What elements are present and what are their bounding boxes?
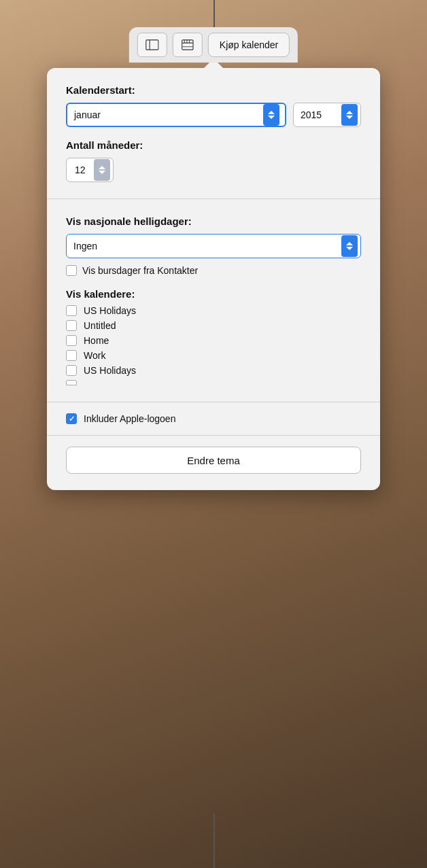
calendar-start-label: Kalenderstart: — [66, 84, 361, 96]
months-up-arrow — [99, 166, 105, 169]
holidays-stepper[interactable] — [341, 235, 358, 257]
calendar-start-row: januar 2015 — [66, 103, 361, 127]
holidays-down-arrow — [346, 247, 353, 250]
birthdays-checkbox[interactable] — [66, 265, 77, 276]
calendar-name-1: Untitled — [84, 320, 116, 331]
holidays-dropdown[interactable]: Ingen — [66, 234, 361, 258]
months-down-arrow — [99, 171, 105, 174]
months-count-row: 12 — [66, 158, 361, 182]
toolbar: Kjøp kalender — [129, 27, 298, 63]
calendar-name-0: US Holidays — [84, 305, 136, 316]
list-item: US Holidays — [66, 365, 361, 376]
svg-rect-2 — [182, 40, 193, 50]
months-count-label: Antall måneder: — [66, 139, 361, 151]
month-down-arrow — [268, 116, 275, 119]
list-item: Work — [66, 350, 361, 361]
months-count-dropdown[interactable]: 12 — [66, 158, 114, 182]
calendar-checkbox-1[interactable] — [66, 320, 77, 331]
holidays-section: Vis nasjonale helligdager: Ingen Vis bur… — [47, 199, 380, 402]
list-item: US Holidays — [66, 305, 361, 316]
year-dropdown[interactable]: 2015 — [293, 103, 361, 127]
partial-checkbox — [66, 380, 77, 385]
holidays-value: Ingen — [73, 241, 97, 251]
change-theme-button[interactable]: Endre tema — [66, 447, 361, 474]
month-up-arrow — [268, 111, 275, 114]
calendar-name-2: Home — [84, 335, 109, 346]
svg-rect-0 — [146, 40, 158, 50]
calendar-checkbox-4[interactable] — [66, 365, 77, 376]
list-item: Home — [66, 335, 361, 346]
calendar-name-4: US Holidays — [84, 365, 136, 376]
month-stepper[interactable] — [263, 104, 279, 126]
list-item: Untitled — [66, 320, 361, 331]
months-count-value: 12 — [75, 164, 86, 175]
calendar-checkbox-0[interactable] — [66, 305, 77, 316]
buy-calendar-button[interactable]: Kjøp kalender — [208, 33, 290, 57]
settings-panel: Kalenderstart: januar 2015 Antall månede… — [47, 68, 380, 490]
calendar-checkbox-3[interactable] — [66, 350, 77, 361]
calendar-name-3: Work — [84, 350, 105, 361]
calendars-label: Vis kalendere: — [66, 288, 361, 300]
change-theme-section: Endre tema — [47, 436, 380, 490]
apple-logo-section: Inkluder Apple-logoen — [47, 402, 380, 435]
birthdays-label: Vis bursdager fra Kontakter — [82, 265, 198, 276]
sidebar-view-button[interactable] — [137, 33, 167, 57]
calendar-checkbox-2[interactable] — [66, 335, 77, 346]
holidays-up-arrow — [346, 242, 353, 245]
holidays-label: Vis nasjonale helligdager: — [66, 215, 361, 227]
months-stepper[interactable] — [94, 159, 110, 181]
calendar-start-section: Kalenderstart: januar 2015 Antall månede… — [47, 68, 380, 198]
apple-logo-checkbox[interactable] — [66, 413, 77, 424]
apple-logo-label: Inkluder Apple-logoen — [84, 413, 175, 424]
calendars-section: Vis kalendere: US Holidays Untitled Home… — [66, 288, 361, 385]
year-value: 2015 — [301, 109, 322, 120]
birthdays-row: Vis bursdager fra Kontakter — [66, 265, 361, 276]
list-view-button[interactable] — [173, 33, 203, 57]
year-down-arrow — [346, 116, 353, 119]
month-dropdown[interactable]: januar — [66, 103, 286, 127]
month-value: januar — [74, 109, 101, 120]
year-up-arrow — [346, 111, 353, 114]
vertical-line-bottom — [214, 814, 215, 868]
year-stepper[interactable] — [341, 104, 358, 126]
